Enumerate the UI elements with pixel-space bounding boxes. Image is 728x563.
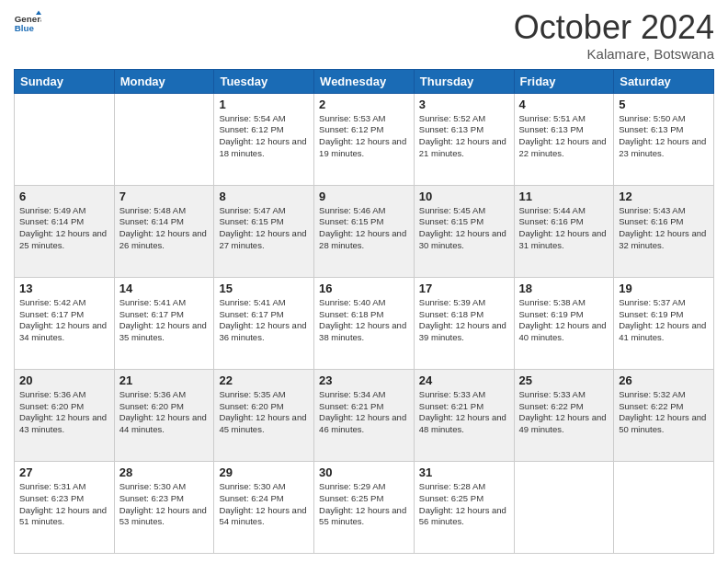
day-info: Sunrise: 5:49 AM Sunset: 6:14 PM Dayligh…	[19, 205, 109, 252]
day-number: 1	[219, 98, 309, 111]
calendar-cell: 19Sunrise: 5:37 AM Sunset: 6:19 PM Dayli…	[614, 277, 714, 369]
day-info: Sunrise: 5:37 AM Sunset: 6:19 PM Dayligh…	[619, 297, 709, 344]
weekday-header-sunday: Sunday	[15, 69, 115, 93]
title-block: October 2024 Kalamare, Botswana	[514, 9, 714, 62]
calendar-cell: 6Sunrise: 5:49 AM Sunset: 6:14 PM Daylig…	[15, 185, 115, 277]
weekday-header-thursday: Thursday	[414, 69, 514, 93]
calendar-cell: 12Sunrise: 5:43 AM Sunset: 6:16 PM Dayli…	[614, 185, 714, 277]
day-number: 12	[619, 190, 709, 203]
logo-icon: General Blue	[14, 9, 41, 37]
day-number: 29	[219, 465, 309, 479]
calendar-week-row: 1Sunrise: 5:54 AM Sunset: 6:12 PM Daylig…	[15, 93, 714, 185]
calendar-cell: 3Sunrise: 5:52 AM Sunset: 6:13 PM Daylig…	[414, 93, 514, 185]
calendar-cell: 10Sunrise: 5:45 AM Sunset: 6:15 PM Dayli…	[414, 185, 514, 277]
day-number: 25	[519, 373, 609, 387]
page: General Blue October 2024 Kalamare, Bots…	[0, 0, 728, 563]
day-info: Sunrise: 5:53 AM Sunset: 6:12 PM Dayligh…	[319, 113, 409, 160]
weekday-header-tuesday: Tuesday	[214, 69, 314, 93]
day-number: 11	[519, 190, 609, 203]
day-info: Sunrise: 5:28 AM Sunset: 6:25 PM Dayligh…	[419, 481, 509, 528]
day-number: 31	[419, 465, 509, 479]
day-number: 24	[419, 373, 509, 387]
day-number: 7	[119, 190, 210, 203]
calendar-cell: 22Sunrise: 5:35 AM Sunset: 6:20 PM Dayli…	[214, 369, 314, 461]
day-info: Sunrise: 5:38 AM Sunset: 6:19 PM Dayligh…	[519, 297, 609, 344]
calendar-cell: 30Sunrise: 5:29 AM Sunset: 6:25 PM Dayli…	[314, 461, 415, 553]
day-number: 9	[319, 190, 409, 203]
day-number: 14	[119, 282, 210, 295]
day-number: 19	[619, 282, 709, 295]
logo: General Blue	[14, 9, 41, 37]
calendar-cell: 24Sunrise: 5:33 AM Sunset: 6:21 PM Dayli…	[414, 369, 514, 461]
day-info: Sunrise: 5:35 AM Sunset: 6:20 PM Dayligh…	[219, 389, 309, 436]
calendar-cell	[15, 93, 115, 185]
weekday-header-wednesday: Wednesday	[314, 69, 415, 93]
day-number: 26	[619, 373, 709, 387]
header: General Blue October 2024 Kalamare, Bots…	[14, 9, 714, 62]
calendar-cell: 2Sunrise: 5:53 AM Sunset: 6:12 PM Daylig…	[314, 93, 415, 185]
calendar-cell: 9Sunrise: 5:46 AM Sunset: 6:15 PM Daylig…	[314, 185, 415, 277]
calendar-cell: 14Sunrise: 5:41 AM Sunset: 6:17 PM Dayli…	[114, 277, 214, 369]
day-info: Sunrise: 5:31 AM Sunset: 6:23 PM Dayligh…	[19, 481, 109, 528]
month-title: October 2024	[514, 9, 714, 46]
calendar-cell	[514, 461, 614, 553]
day-info: Sunrise: 5:47 AM Sunset: 6:15 PM Dayligh…	[219, 205, 309, 252]
calendar-week-row: 20Sunrise: 5:36 AM Sunset: 6:20 PM Dayli…	[15, 369, 714, 461]
calendar-cell: 17Sunrise: 5:39 AM Sunset: 6:18 PM Dayli…	[414, 277, 514, 369]
calendar-cell: 16Sunrise: 5:40 AM Sunset: 6:18 PM Dayli…	[314, 277, 415, 369]
day-info: Sunrise: 5:45 AM Sunset: 6:15 PM Dayligh…	[419, 205, 509, 252]
calendar-cell	[614, 461, 714, 553]
day-info: Sunrise: 5:41 AM Sunset: 6:17 PM Dayligh…	[119, 297, 210, 344]
calendar-cell: 13Sunrise: 5:42 AM Sunset: 6:17 PM Dayli…	[15, 277, 115, 369]
day-info: Sunrise: 5:46 AM Sunset: 6:15 PM Dayligh…	[319, 205, 409, 252]
day-info: Sunrise: 5:50 AM Sunset: 6:13 PM Dayligh…	[619, 113, 709, 160]
day-info: Sunrise: 5:44 AM Sunset: 6:16 PM Dayligh…	[519, 205, 609, 252]
calendar-cell	[114, 93, 214, 185]
day-info: Sunrise: 5:34 AM Sunset: 6:21 PM Dayligh…	[319, 389, 409, 436]
day-number: 27	[19, 465, 109, 479]
calendar-week-row: 13Sunrise: 5:42 AM Sunset: 6:17 PM Dayli…	[15, 277, 714, 369]
day-number: 28	[119, 465, 210, 479]
day-number: 15	[219, 282, 309, 295]
day-number: 20	[19, 373, 109, 387]
calendar-cell: 25Sunrise: 5:33 AM Sunset: 6:22 PM Dayli…	[514, 369, 614, 461]
day-number: 13	[19, 282, 109, 295]
day-info: Sunrise: 5:40 AM Sunset: 6:18 PM Dayligh…	[319, 297, 409, 344]
location: Kalamare, Botswana	[514, 46, 714, 62]
day-number: 2	[319, 98, 409, 111]
day-number: 21	[119, 373, 210, 387]
day-info: Sunrise: 5:54 AM Sunset: 6:12 PM Dayligh…	[219, 113, 309, 160]
calendar-table: SundayMondayTuesdayWednesdayThursdayFrid…	[14, 69, 714, 554]
day-number: 17	[419, 282, 509, 295]
day-info: Sunrise: 5:32 AM Sunset: 6:22 PM Dayligh…	[619, 389, 709, 436]
day-info: Sunrise: 5:33 AM Sunset: 6:21 PM Dayligh…	[419, 389, 509, 436]
day-number: 23	[319, 373, 409, 387]
calendar-cell: 20Sunrise: 5:36 AM Sunset: 6:20 PM Dayli…	[15, 369, 115, 461]
day-info: Sunrise: 5:43 AM Sunset: 6:16 PM Dayligh…	[619, 205, 709, 252]
day-number: 3	[419, 98, 509, 111]
svg-text:General: General	[15, 14, 41, 24]
day-info: Sunrise: 5:29 AM Sunset: 6:25 PM Dayligh…	[319, 481, 409, 528]
calendar-cell: 27Sunrise: 5:31 AM Sunset: 6:23 PM Dayli…	[15, 461, 115, 553]
day-number: 5	[619, 98, 709, 111]
weekday-header-monday: Monday	[114, 69, 214, 93]
calendar-cell: 18Sunrise: 5:38 AM Sunset: 6:19 PM Dayli…	[514, 277, 614, 369]
calendar-cell: 4Sunrise: 5:51 AM Sunset: 6:13 PM Daylig…	[514, 93, 614, 185]
calendar-cell: 15Sunrise: 5:41 AM Sunset: 6:17 PM Dayli…	[214, 277, 314, 369]
day-info: Sunrise: 5:42 AM Sunset: 6:17 PM Dayligh…	[19, 297, 109, 344]
calendar-cell: 21Sunrise: 5:36 AM Sunset: 6:20 PM Dayli…	[114, 369, 214, 461]
day-number: 30	[319, 465, 409, 479]
day-info: Sunrise: 5:39 AM Sunset: 6:18 PM Dayligh…	[419, 297, 509, 344]
calendar-cell: 23Sunrise: 5:34 AM Sunset: 6:21 PM Dayli…	[314, 369, 415, 461]
day-info: Sunrise: 5:36 AM Sunset: 6:20 PM Dayligh…	[119, 389, 210, 436]
calendar-cell: 8Sunrise: 5:47 AM Sunset: 6:15 PM Daylig…	[214, 185, 314, 277]
day-info: Sunrise: 5:30 AM Sunset: 6:23 PM Dayligh…	[119, 481, 210, 528]
day-number: 8	[219, 190, 309, 203]
day-info: Sunrise: 5:30 AM Sunset: 6:24 PM Dayligh…	[219, 481, 309, 528]
day-info: Sunrise: 5:33 AM Sunset: 6:22 PM Dayligh…	[519, 389, 609, 436]
day-info: Sunrise: 5:52 AM Sunset: 6:13 PM Dayligh…	[419, 113, 509, 160]
calendar-cell: 5Sunrise: 5:50 AM Sunset: 6:13 PM Daylig…	[614, 93, 714, 185]
calendar-cell: 7Sunrise: 5:48 AM Sunset: 6:14 PM Daylig…	[114, 185, 214, 277]
day-number: 16	[319, 282, 409, 295]
day-number: 4	[519, 98, 609, 111]
